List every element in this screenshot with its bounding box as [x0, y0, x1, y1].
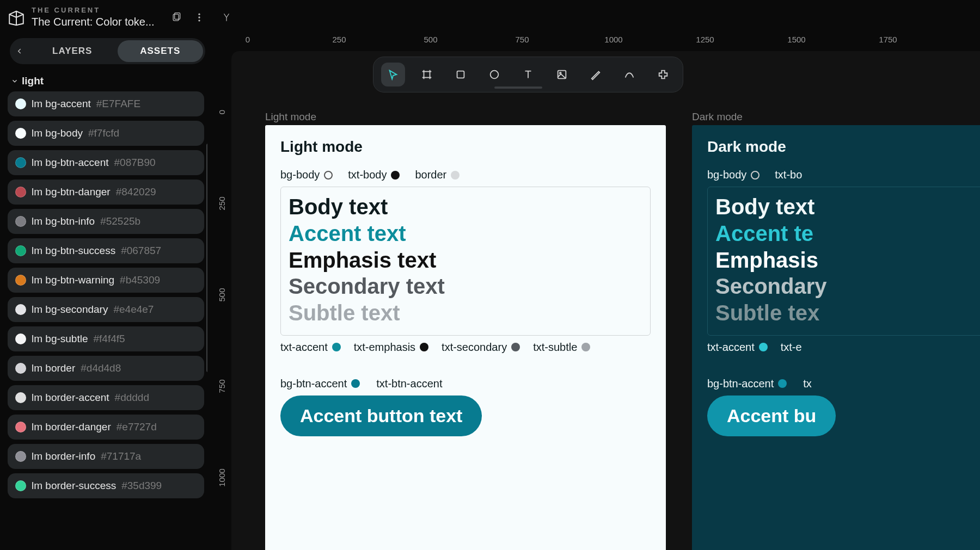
ruler-tick: 250: [332, 35, 346, 44]
legend-bg-body: bg-body: [280, 169, 320, 181]
asset-hex: #E7FAFE: [96, 98, 140, 110]
rectangle-tool[interactable]: [449, 63, 473, 86]
ruler-tick: 250: [217, 196, 226, 210]
asset-row[interactable]: lm border-accent#ddddd: [8, 385, 204, 410]
legend-top: bg-body txt-body border: [280, 169, 651, 181]
ruler-tick: 0: [246, 35, 250, 44]
app-logo-icon: [7, 8, 26, 27]
text-tool[interactable]: [516, 63, 540, 86]
swatch-icon: [420, 343, 428, 351]
asset-row[interactable]: lm bg-subtle#f4f4f5: [8, 326, 204, 351]
asset-row[interactable]: lm border-success#35d399: [8, 473, 204, 498]
asset-hex: #35d399: [121, 480, 162, 492]
tabs-back-icon[interactable]: [12, 47, 27, 55]
sample-body: Body text: [289, 194, 642, 220]
pen-tool[interactable]: [584, 63, 608, 86]
asset-hex: #52525b: [100, 215, 140, 227]
asset-hex: #d4d4d8: [81, 362, 121, 374]
legend-txt-accent: txt-accent: [280, 341, 328, 354]
sample-subtle: Subtle text: [289, 300, 642, 326]
duplicate-icon[interactable]: [170, 11, 183, 24]
frame-label-dark[interactable]: Dark mode: [692, 111, 743, 123]
color-swatch-icon: [15, 275, 26, 286]
asset-row[interactable]: lm bg-btn-warning#b45309: [8, 268, 204, 293]
asset-name: lm border-success: [32, 480, 116, 492]
frame-label-light[interactable]: Light mode: [265, 111, 316, 123]
tab-layers[interactable]: LAYERS: [29, 40, 115, 62]
text-sample-box: Body text Accent text Emphasis text Seco…: [280, 187, 651, 336]
swatch-icon: [511, 343, 520, 351]
swatch-icon: [332, 343, 341, 351]
asset-name: lm bg-btn-success: [32, 245, 115, 257]
legend-txt-subtle: txt-subtle: [533, 341, 577, 354]
asset-name: lm bg-secondary: [32, 304, 108, 316]
select-tool[interactable]: [381, 63, 405, 86]
frame-tool[interactable]: [415, 63, 439, 86]
legend-bg-btn-accent: bg-btn-accent: [707, 378, 774, 390]
legend-top: bg-body txt-bo: [707, 169, 980, 181]
ruler-tick: 750: [515, 35, 529, 44]
more-menu-icon[interactable]: [193, 11, 206, 24]
asset-name: lm border: [32, 362, 75, 374]
legend-txt-body: txt-body: [348, 169, 387, 181]
sidebar-tabs: LAYERS ASSETS: [10, 38, 205, 64]
asset-name: lm border-danger: [32, 421, 111, 433]
svg-rect-0: [173, 14, 179, 21]
asset-row[interactable]: lm border#d4d4d8: [8, 356, 204, 381]
branch-icon[interactable]: [220, 11, 233, 24]
color-swatch-icon: [15, 480, 26, 491]
asset-name: lm border-info: [32, 450, 95, 462]
asset-row[interactable]: lm bg-btn-accent#087B90: [8, 150, 204, 175]
asset-name: lm bg-btn-warning: [32, 274, 114, 286]
asset-row[interactable]: lm bg-accent#E7FAFE: [8, 91, 204, 116]
ruler-tick: 500: [217, 288, 226, 301]
color-swatch-icon: [15, 333, 26, 344]
color-swatch-icon: [15, 245, 26, 256]
svg-rect-6: [457, 71, 464, 78]
canvas-area: 02505007501000125015001750 0250500750100…: [215, 35, 980, 550]
curve-tool[interactable]: [617, 63, 641, 86]
topbar: THE CURRENT The Current: Color toke...: [0, 0, 980, 35]
sample-emphasis: Emphasis: [715, 247, 980, 274]
asset-row[interactable]: lm bg-btn-danger#842029: [8, 180, 204, 205]
asset-row[interactable]: lm bg-btn-success#067857: [8, 238, 204, 263]
asset-row[interactable]: lm bg-secondary#e4e4e7: [8, 297, 204, 322]
svg-rect-5: [424, 72, 430, 78]
svg-rect-1: [175, 13, 180, 20]
sample-secondary: Secondary: [715, 273, 980, 300]
asset-name: lm bg-btn-danger: [32, 186, 111, 198]
ruler-tick: 1500: [787, 35, 805, 44]
legend-txt-other: txt-e: [781, 341, 802, 354]
document-title: The Current: Color toke...: [32, 15, 162, 29]
ruler-tick: 1250: [696, 35, 714, 44]
image-tool[interactable]: [550, 63, 574, 86]
asset-row[interactable]: lm border-info#71717a: [8, 444, 204, 469]
artboard-dark[interactable]: Dark mode bg-body txt-bo Body text Accen…: [692, 125, 980, 550]
scrollbar-thumb[interactable]: [206, 144, 207, 372]
svg-point-3: [198, 16, 200, 18]
legend-bg-btn-accent: bg-btn-accent: [280, 378, 347, 390]
document-meta: THE CURRENT The Current: Color toke...: [32, 6, 162, 28]
canvas[interactable]: Light mode Dark mode Light mode bg-body …: [231, 51, 980, 550]
tab-assets[interactable]: ASSETS: [118, 40, 204, 62]
legend-txt-body: txt-bo: [775, 169, 802, 181]
plugin-tool[interactable]: [651, 63, 675, 86]
asset-row[interactable]: lm bg-body#f7fcfd: [8, 121, 204, 146]
artboard-light[interactable]: Light mode bg-body txt-body border Body …: [265, 125, 666, 550]
asset-name: lm bg-btn-info: [32, 215, 95, 227]
svg-point-7: [491, 71, 499, 79]
legend-txt-secondary: txt-secondary: [442, 341, 507, 354]
asset-hex: #e4e4e7: [113, 304, 154, 316]
swatch-icon: [324, 171, 333, 180]
legend-bg-body: bg-body: [707, 169, 746, 181]
legend-border: border: [415, 169, 446, 181]
asset-row[interactable]: lm bg-btn-info#52525b: [8, 209, 204, 234]
sidebar: LAYERS ASSETS light lm bg-accent#E7FAFEl…: [0, 35, 215, 550]
org-name: THE CURRENT: [32, 6, 162, 15]
sample-emphasis: Emphasis text: [289, 247, 642, 274]
accent-button-sample: Accent bu: [707, 395, 836, 436]
ellipse-tool[interactable]: [482, 63, 506, 86]
asset-row[interactable]: lm border-danger#e7727d: [8, 415, 204, 440]
sample-accent: Accent text: [289, 220, 642, 247]
asset-group-header[interactable]: light: [8, 71, 207, 91]
